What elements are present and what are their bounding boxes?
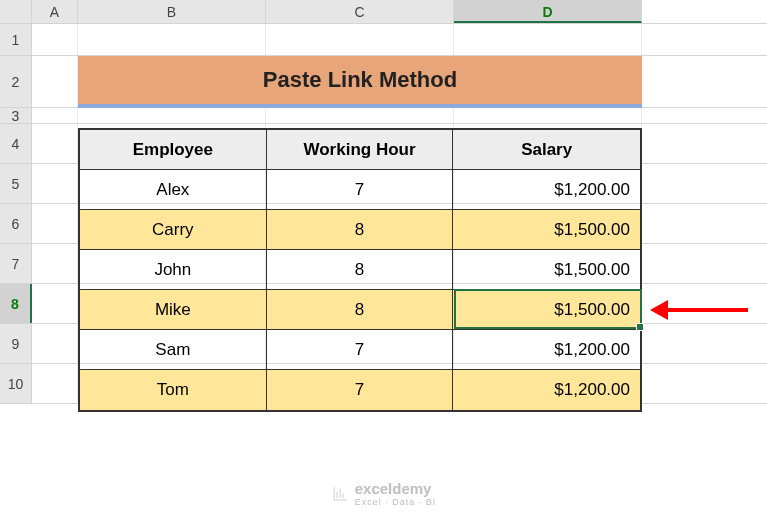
cell-employee[interactable]: Tom	[80, 370, 267, 410]
cell-employee[interactable]: Alex	[80, 170, 267, 209]
cell-salary[interactable]: $1,500.00	[453, 210, 640, 249]
cell-salary[interactable]: $1,200.00	[453, 330, 640, 369]
header-salary[interactable]: Salary	[453, 130, 640, 169]
cell-employee[interactable]: Sam	[80, 330, 267, 369]
table-row: Alex 7 $1,200.00	[80, 170, 640, 210]
cell-hours[interactable]: 7	[267, 330, 454, 369]
title-banner: Paste Link Method	[78, 56, 642, 108]
table-row: John 8 $1,500.00	[80, 250, 640, 290]
watermark-subtitle: Excel · Data · BI	[355, 497, 437, 507]
cell-hours[interactable]: 7	[267, 170, 454, 209]
row-header-4[interactable]: 4	[0, 124, 32, 163]
cell-salary[interactable]: $1,200.00	[453, 170, 640, 209]
title-text: Paste Link Method	[263, 67, 457, 93]
row-header-5[interactable]: 5	[0, 164, 32, 203]
row-header-3[interactable]: 3	[0, 108, 32, 123]
row-header-6[interactable]: 6	[0, 204, 32, 243]
row-header-10[interactable]: 10	[0, 364, 32, 403]
row-header-1[interactable]: 1	[0, 24, 32, 55]
select-all-corner[interactable]	[0, 0, 32, 23]
cell-salary[interactable]: $1,200.00	[453, 370, 640, 410]
spreadsheet: A B C D 1 2 3 4 5 6 7 8 9 10 Paste Link …	[0, 0, 767, 521]
watermark-text: exceldemy	[355, 480, 437, 497]
column-headers: A B C D	[0, 0, 767, 24]
data-table: Employee Working Hour Salary Alex 7 $1,2…	[78, 128, 642, 412]
cell-salary[interactable]: $1,500.00	[453, 250, 640, 289]
col-header-C[interactable]: C	[266, 0, 454, 23]
cell-employee[interactable]: Carry	[80, 210, 267, 249]
row-header-8[interactable]: 8	[0, 284, 32, 323]
col-header-A[interactable]: A	[32, 0, 78, 23]
watermark: exceldemy Excel · Data · BI	[331, 480, 437, 507]
row-header-9[interactable]: 9	[0, 324, 32, 363]
table-row: Carry 8 $1,500.00	[80, 210, 640, 250]
cell-hours[interactable]: 8	[267, 290, 454, 329]
header-employee[interactable]: Employee	[80, 130, 267, 169]
cell-employee[interactable]: Mike	[80, 290, 267, 329]
table-row: Tom 7 $1,200.00	[80, 370, 640, 410]
row-header-2[interactable]: 2	[0, 56, 32, 107]
col-header-D[interactable]: D	[454, 0, 642, 23]
table-header-row: Employee Working Hour Salary	[80, 130, 640, 170]
row-header-7[interactable]: 7	[0, 244, 32, 283]
col-header-B[interactable]: B	[78, 0, 266, 23]
table-row: Sam 7 $1,200.00	[80, 330, 640, 370]
chart-icon	[331, 485, 349, 503]
cell-employee[interactable]: John	[80, 250, 267, 289]
cell-hours[interactable]: 8	[267, 210, 454, 249]
cell-salary[interactable]: $1,500.00	[453, 290, 640, 329]
header-working-hour[interactable]: Working Hour	[267, 130, 454, 169]
cell-hours[interactable]: 7	[267, 370, 454, 410]
cell-hours[interactable]: 8	[267, 250, 454, 289]
table-row: Mike 8 $1,500.00	[80, 290, 640, 330]
